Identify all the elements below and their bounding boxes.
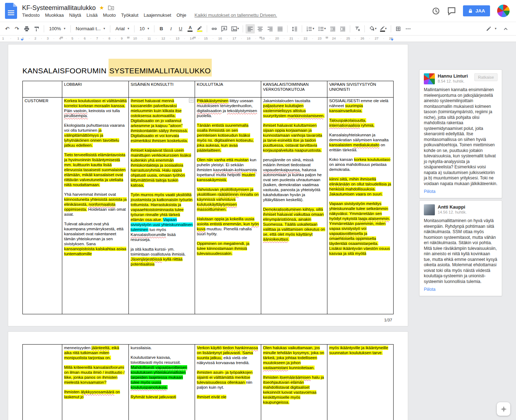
comment-card[interactable]: Hannu Linturi8.54 12. huhtik.RatkaiseMal… xyxy=(419,69,502,198)
bold-button[interactable]: B xyxy=(157,24,166,33)
ruler[interactable]: 1·1 1·2·3·4·5·6·7·8·9·10·11·12·13·14·15·… xyxy=(0,36,516,42)
menu-laajennukset[interactable]: Laajennukset xyxy=(144,12,171,18)
text-color-button[interactable]: A xyxy=(186,24,195,33)
text-run: Olen halukas vaikuttamaan, jos minulle t… xyxy=(263,346,324,365)
document-name[interactable]: KF-Systeemimallitaulukko xyxy=(22,4,96,12)
table-cell[interactable]: menneisyyden jäänteeltä, eikä aika riitä… xyxy=(62,345,129,420)
save-status-link[interactable]: Kaikki muutokset on tallennettu Driveen. xyxy=(195,12,277,18)
row-header-empty[interactable] xyxy=(23,345,62,420)
pen-color-button[interactable]: ▾ xyxy=(379,24,388,33)
borders-button[interactable] xyxy=(394,24,403,33)
paint-format-button[interactable] xyxy=(32,24,41,33)
ruler-number: 22 xyxy=(304,36,307,40)
docs-logo-icon[interactable] xyxy=(5,3,17,19)
commenter-avatar xyxy=(424,73,435,84)
menu-työkalut[interactable]: Työkalut xyxy=(121,12,138,18)
underline-button[interactable]: U xyxy=(176,24,185,33)
table-cell[interactable]: Korkea koulutustaso ei välttämättä korre… xyxy=(62,98,129,314)
ruler-column-grip[interactable] xyxy=(259,37,262,38)
menu-tiedosto[interactable]: Tiedosto xyxy=(22,12,40,18)
undo-button[interactable]: ↶ xyxy=(3,24,12,33)
ruler-column-grip[interactable] xyxy=(326,37,328,38)
table-cell[interactable]: SOSIAALISESTI emme ole vielä nähneet suu… xyxy=(327,98,394,314)
decrease-indent-button[interactable] xyxy=(328,24,337,33)
menu-ohje[interactable]: Ohje xyxy=(177,12,186,18)
ruler-tick: · xyxy=(53,36,54,40)
highlight-color-button[interactable] xyxy=(195,24,204,33)
comment-card[interactable]: Antti Kauppi14.56 12. huhtik.Monitasomal… xyxy=(419,200,502,296)
table-cell[interactable]: Pitkäikäistyminen liittyy useaan muutoks… xyxy=(195,98,261,314)
paragraph: Oppiminen on megatrendi, ja tulee kiinno… xyxy=(197,241,259,256)
text-run: tekoälyistymisen xyxy=(227,109,257,113)
paragraph: Koulutustarve kasvaa, toivottavasti myös… xyxy=(131,355,193,390)
align-justify-button[interactable] xyxy=(275,24,285,33)
page-1[interactable]: KANSALAISFOORUMIN SYSTEEMIMALLITAULUKKO … xyxy=(8,44,408,326)
table-cell[interactable]: myös ikääntyville ja ikääntyneille suunn… xyxy=(327,345,394,420)
insert-comment-button[interactable] xyxy=(220,24,229,33)
insert-link-button[interactable] xyxy=(210,24,219,33)
align-center-button[interactable] xyxy=(256,24,265,33)
paragraph: menneisyyden jäänteeltä, eikä aika riitä… xyxy=(64,345,127,360)
row-header-customer[interactable]: CUSTOMER xyxy=(23,98,62,314)
cell-content: Olen halukas vaikuttamaan, jos minulle t… xyxy=(263,345,325,420)
document-title[interactable]: KANSALAISFOORUMIN SYSTEEMIMALLITAULUKKO xyxy=(22,67,394,75)
menu-muokkaa[interactable]: Muokkaa xyxy=(45,12,64,18)
editing-mode-select[interactable]: ▾ xyxy=(483,24,499,33)
print-button[interactable] xyxy=(22,24,31,33)
hide-comment-link[interactable]: Piilota xyxy=(424,287,436,292)
column-header[interactable]: KOULUTTAJA xyxy=(195,81,261,98)
resolve-button[interactable]: Ratkaise xyxy=(474,73,497,81)
insert-image-button[interactable]: ▾ xyxy=(230,24,241,33)
explore-button[interactable] xyxy=(497,402,510,416)
menu-muoto[interactable]: Muoto xyxy=(103,12,116,18)
left-margin-marker[interactable] xyxy=(21,39,23,41)
paint-roller-icon xyxy=(33,26,40,32)
user-avatar[interactable] xyxy=(497,5,510,17)
column-header[interactable]: LOBBARI xyxy=(62,81,129,98)
table-cell[interactable]: Olen halukas vaikuttamaan, jos minulle t… xyxy=(261,345,327,420)
move-to-folder-icon[interactable] xyxy=(108,5,114,11)
increase-indent-button[interactable] xyxy=(338,24,347,33)
border-dash-button[interactable] xyxy=(404,24,413,33)
italic-button[interactable]: I xyxy=(167,24,175,33)
bulleted-list-button[interactable]: ▾ xyxy=(316,24,327,33)
title-commented-text[interactable]: SYSTEEMIMALLITAULUKKO xyxy=(109,59,212,77)
table-cell[interactable]: Verkon käyttö tiedon hankinnassa on lisä… xyxy=(195,345,261,420)
fill-color-button[interactable]: ▾ xyxy=(367,24,378,33)
collapse-toolbar-button[interactable] xyxy=(501,24,510,33)
star-icon[interactable]: ★ xyxy=(99,5,104,11)
font-select[interactable]: Arial▾ xyxy=(113,24,132,33)
paragraph: Olen halukas vaikuttamaan, jos minulle t… xyxy=(263,345,325,370)
right-margin-marker[interactable] xyxy=(391,39,394,41)
font-size-select[interactable]: 10▾ xyxy=(137,24,152,33)
numbered-list-button[interactable]: ▾ xyxy=(305,24,316,33)
page-2[interactable]: menneisyyden jäänteeltä, eikä aika riitä… xyxy=(8,331,408,420)
clear-formatting-button[interactable] xyxy=(353,24,362,33)
collapsed-comment-icon[interactable] xyxy=(189,98,194,103)
chevron-down-icon: ▾ xyxy=(385,27,387,30)
align-right-button[interactable] xyxy=(265,24,275,33)
menu-näytä[interactable]: Näytä xyxy=(69,12,81,18)
table-cell[interactable]: kurssilaisia.Koulutustarve kasvaa, toivo… xyxy=(129,345,195,420)
menu-lisää[interactable]: Lisää xyxy=(86,12,98,18)
share-button[interactable]: JAA xyxy=(463,5,490,16)
line-spacing-button[interactable] xyxy=(290,24,299,33)
ruler-column-grip[interactable] xyxy=(60,37,63,38)
open-comments-button[interactable] xyxy=(447,7,456,15)
align-left-button[interactable] xyxy=(246,24,255,33)
column-header[interactable]: SISÄINEN KONSULTTI xyxy=(129,81,195,98)
version-history-button[interactable] xyxy=(432,7,440,15)
ruler-number: 18 xyxy=(247,36,251,40)
ruler-column-grip[interactable] xyxy=(127,37,130,38)
hide-comment-link[interactable]: Piilota xyxy=(424,189,436,194)
column-header[interactable]: KANSALAISTOIMINNAN VERKOSTONKUTOJA xyxy=(261,81,327,98)
table-cell[interactable]: Ihmiset haluavat mennä kassaneidin palve… xyxy=(129,98,195,314)
text-run: Oppiminen on megatrendi, ja tulee kiinno… xyxy=(197,241,249,256)
column-header[interactable]: VAPAAN SIVISTYSTYÖN UNIONISTI xyxy=(327,81,394,98)
zoom-select[interactable]: 100%▾ xyxy=(47,24,68,33)
redo-button[interactable]: ↷ xyxy=(12,24,21,33)
ruler-column-grip[interactable] xyxy=(193,37,196,38)
table-cell[interactable]: Jakamistalouden taustalta paljastunee ku… xyxy=(261,98,327,314)
corner-cell[interactable] xyxy=(23,81,62,98)
styles-select[interactable]: Normaali t...▾ xyxy=(73,24,108,33)
